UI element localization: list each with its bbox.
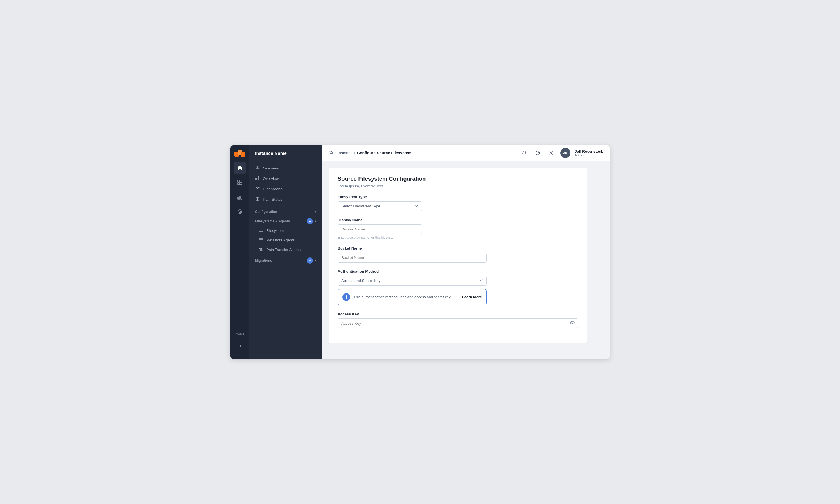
configuration-chevron: ▾ [315,210,316,213]
collapse-arrow[interactable] [234,340,246,352]
svg-rect-7 [237,197,239,199]
filesystems-agents-label: Filesystems & Agents [255,219,290,223]
migrations-chevron: ▾ [315,258,316,262]
sidebar-item-diagnostics[interactable]: Diagnostics [249,184,322,194]
svg-rect-22 [259,240,263,241]
migrations-label: Migrations [255,258,272,263]
main-sidebar: Instance Name Overview [249,145,322,359]
svg-point-28 [570,321,574,324]
svg-point-18 [257,198,258,200]
password-toggle-eye-icon[interactable] [570,320,575,326]
config-title: Source Filesystem Configuration [338,176,578,182]
data-transfer-icon [258,247,264,252]
svg-rect-14 [255,178,256,180]
svg-rect-16 [258,176,259,180]
display-name-label: Display Name [338,218,578,222]
user-avatar[interactable]: JR [560,148,570,158]
filesystem-type-group: Filesystem Type Select Filesystem Type [338,195,578,211]
svg-rect-4 [240,180,242,182]
overview1-label: Overview [263,166,279,170]
overview2-label: Overview [263,177,279,181]
user-info: Jeff Rosenstock Admin [575,149,603,157]
settings-gear-icon[interactable] [547,148,556,157]
sidebar-item-overview2[interactable]: Overview [249,174,322,184]
nav-home-icon[interactable] [234,162,246,174]
bucket-name-group: Bucket Name [338,246,578,263]
notification-bell-icon[interactable] [520,148,529,157]
svg-rect-2 [240,151,245,157]
user-initials: JR [563,151,567,155]
filesystems-icon [258,228,264,233]
display-name-input[interactable] [338,224,422,234]
migrations-actions: + ▾ [307,257,316,264]
top-bar-actions: JR Jeff Rosenstock Admin [520,148,603,158]
info-icon: i [342,293,350,301]
bucket-name-input[interactable] [338,253,487,263]
auth-method-group: Authentication Method Access and Secret … [338,269,578,305]
svg-rect-6 [240,183,242,185]
sidebar-item-path-status[interactable]: Path Status [249,194,322,205]
breadcrumb: › Instance › Configure Source Filesystem [329,150,518,156]
info-text: This authentication method uses and acce… [354,295,459,299]
diagnostics-icon [255,186,260,192]
home-breadcrumb-icon[interactable] [329,150,333,156]
nav-chart-icon[interactable] [234,191,246,203]
filesystems-label: Filesystems [266,229,286,233]
top-bar: › Instance › Configure Source Filesystem [322,145,610,161]
filesystem-type-label: Filesystem Type [338,195,578,199]
auth-method-select[interactable]: Access and Secret Key IAM Role Service A… [338,276,487,286]
config-card: Source Filesystem Configuration Lorem Ip… [329,168,587,343]
svg-rect-5 [237,183,239,185]
user-name: Jeff Rosenstock [575,149,603,154]
svg-point-26 [537,154,538,154]
nav-grid-icon[interactable] [234,176,246,188]
filesystems-agents-section-header[interactable]: Filesystems & Agents + ▴ [249,215,322,226]
sidebar-item-data-transfer[interactable]: Data Transfer Agents [249,245,322,255]
display-name-hint: Enter a display name for this filesystem [338,236,578,239]
svg-point-13 [257,167,258,168]
migrations-add-button[interactable]: + [307,257,313,264]
path-status-icon [255,197,260,202]
page-content: Source Filesystem Configuration Lorem Ip… [322,161,610,359]
svg-rect-8 [239,196,240,199]
copyright-text: ©2023 [236,333,244,336]
diagnostics-label: Diagnostics [263,187,283,191]
nav-circle-icon[interactable] [234,205,246,218]
svg-rect-15 [257,177,258,180]
auth-method-label: Authentication Method [338,269,578,273]
access-key-group: Access Key [338,312,578,328]
display-name-group: Display Name Enter a display name for th… [338,218,578,239]
svg-point-27 [551,152,552,154]
configuration-section-header[interactable]: Configuration ▾ [249,207,322,215]
sidebar-item-metastore-agents[interactable]: Metastore Agents [249,236,322,245]
help-icon[interactable] [533,148,542,157]
svg-rect-9 [241,195,242,199]
breadcrumb-current: Configure Source Filesystem [357,151,412,155]
breadcrumb-sep1: › [335,151,336,155]
access-key-input[interactable] [338,319,578,328]
sidebar-item-filesystems[interactable]: Filesystems [249,226,322,236]
svg-rect-3 [237,180,239,182]
user-role: Admin [575,154,603,157]
learn-more-link[interactable]: Learn More [462,295,482,299]
breadcrumb-sep2: › [354,151,355,155]
migrations-section-header[interactable]: Migrations + ▾ [249,255,322,265]
metastore-icon [258,238,264,243]
filesystems-agents-add-button[interactable]: + [307,218,313,224]
filesystem-type-select[interactable]: Select Filesystem Type [338,201,422,211]
breadcrumb-instance[interactable]: Instance [338,151,353,155]
sidebar-item-overview1[interactable]: Overview [249,163,322,174]
icon-sidebar: ©2023 [230,145,249,359]
content-area: › Instance › Configure Source Filesystem [322,145,610,359]
app-logo[interactable] [234,150,245,159]
svg-point-11 [239,211,240,213]
svg-point-29 [572,322,573,324]
access-key-wrapper [338,319,578,328]
sidebar-main-section: Overview Overview Diagno [249,161,322,207]
access-key-label: Access Key [338,312,578,316]
eye-icon [255,165,260,171]
bucket-name-label: Bucket Name [338,246,578,250]
instance-name: Instance Name [249,145,322,161]
data-transfer-agents-label: Data Transfer Agents [266,248,301,252]
filesystems-agents-actions: + ▴ [307,218,316,224]
